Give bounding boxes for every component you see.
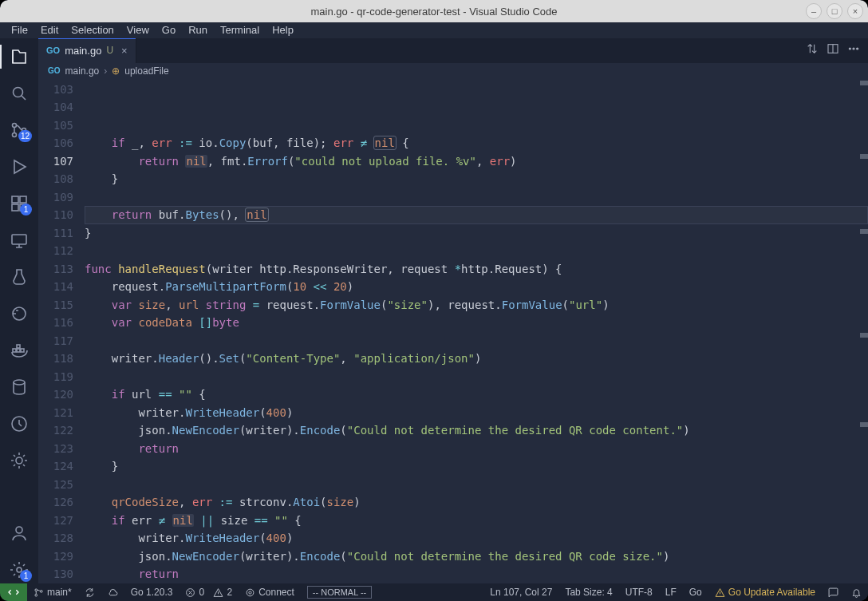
- breadcrumb-file[interactable]: main.go: [65, 65, 100, 77]
- menu-run[interactable]: Run: [182, 22, 214, 38]
- code-line[interactable]: func handleRequest(writer http.ResponseW…: [85, 260, 868, 279]
- menu-go[interactable]: Go: [156, 22, 182, 38]
- svg-point-17: [16, 527, 22, 533]
- go-update-status[interactable]: Go Update Available: [708, 583, 822, 601]
- tab-close-icon[interactable]: ×: [121, 45, 128, 57]
- split-editor-icon[interactable]: [827, 42, 839, 58]
- docker-icon[interactable]: [0, 337, 38, 364]
- code-line[interactable]: [85, 476, 868, 494]
- minimize-button[interactable]: –: [806, 3, 822, 19]
- ext-badge: 1: [20, 204, 32, 215]
- code-line[interactable]: request.ParseMultipartForm(10 << 20): [85, 278, 868, 296]
- code-area[interactable]: if _, err := io.Copy(buf, file); err ≠ n…: [85, 79, 868, 583]
- code-line[interactable]: [85, 242, 868, 260]
- editor-actions: [806, 38, 868, 63]
- encoding-status[interactable]: UTF-8: [619, 583, 659, 601]
- problems-status[interactable]: 0 2: [179, 583, 239, 601]
- accounts-icon[interactable]: [0, 520, 38, 547]
- more-actions-icon[interactable]: [847, 42, 860, 58]
- go-version-status[interactable]: Go 1.20.3: [124, 583, 180, 601]
- timeline-icon[interactable]: [0, 410, 38, 437]
- menu-view[interactable]: View: [120, 22, 156, 38]
- git-branch-status[interactable]: main*: [27, 583, 78, 601]
- svg-rect-8: [12, 235, 26, 244]
- explorer-icon[interactable]: [0, 43, 38, 70]
- code-line[interactable]: json.NewEncoder(writer).Encode("Could no…: [85, 421, 868, 440]
- feedback-icon[interactable]: [822, 583, 845, 601]
- svg-rect-10: [13, 349, 16, 352]
- svg-point-1: [13, 123, 17, 127]
- cursor-position-status[interactable]: Ln 107, Col 27: [483, 583, 558, 601]
- code-line[interactable]: writer.Header().Set("Content-Type", "app…: [85, 350, 868, 368]
- code-line[interactable]: return: [85, 440, 868, 458]
- code-line[interactable]: writer.WriteHeader(400): [85, 529, 868, 548]
- source-control-icon[interactable]: 12: [0, 117, 38, 144]
- code-line[interactable]: if _, err := io.Copy(buf, file); err ≠ n…: [85, 134, 868, 152]
- database-icon[interactable]: [0, 374, 38, 401]
- run-debug-icon[interactable]: [0, 153, 38, 180]
- code-line[interactable]: var codeData []byte: [85, 314, 868, 332]
- menu-edit[interactable]: Edit: [34, 22, 65, 38]
- code-line[interactable]: }: [85, 170, 868, 188]
- svg-point-22: [857, 48, 858, 49]
- function-icon: ⊕: [112, 65, 120, 77]
- maximize-button[interactable]: □: [827, 3, 842, 19]
- code-line[interactable]: if err ≠ nil || size == "" {: [85, 512, 868, 530]
- copilot-icon[interactable]: [0, 447, 38, 474]
- ports-status[interactable]: Connect: [239, 583, 301, 601]
- code-line[interactable]: return: [85, 565, 868, 583]
- scm-badge: 12: [18, 130, 32, 142]
- git-sync-status[interactable]: [78, 583, 101, 601]
- code-line[interactable]: [85, 368, 868, 386]
- remote-indicator[interactable]: [0, 583, 27, 601]
- go-file-icon: GO: [48, 66, 61, 75]
- vim-mode-status[interactable]: -- NORMAL --: [301, 583, 378, 601]
- remote-explorer-icon[interactable]: [0, 227, 38, 254]
- window-title: main.go - qr-code-generator-test - Visua…: [310, 6, 557, 18]
- code-line[interactable]: return buf.Bytes(), nil: [85, 206, 868, 224]
- menu-file[interactable]: File: [5, 22, 34, 38]
- eol-status[interactable]: LF: [659, 583, 683, 601]
- titlebar: main.go - qr-code-generator-test - Visua…: [0, 0, 868, 22]
- svg-point-24: [35, 594, 37, 596]
- code-line[interactable]: writer.WriteHeader(400): [85, 404, 868, 422]
- code-line[interactable]: json.NewEncoder(writer).Encode("Could no…: [85, 548, 868, 566]
- settings-gear-icon[interactable]: 1: [0, 556, 38, 583]
- code-line[interactable]: }: [85, 457, 868, 476]
- svg-point-20: [849, 48, 850, 49]
- code-line[interactable]: var size, url string = request.FormValue…: [85, 296, 868, 314]
- code-line[interactable]: return nil, fmt.Errorf("could not upload…: [85, 152, 868, 171]
- menu-terminal[interactable]: Terminal: [214, 22, 266, 38]
- code-line[interactable]: [85, 188, 868, 207]
- language-mode-status[interactable]: Go: [683, 583, 708, 601]
- breadcrumbs[interactable]: GO main.go › ⊕ uploadFile: [38, 63, 868, 79]
- cloud-status[interactable]: [101, 583, 124, 601]
- menubar: File Edit Selection View Go Run Terminal…: [0, 22, 868, 38]
- activity-bar: 12 1 1: [0, 38, 38, 583]
- code-line[interactable]: qrCodeSize, err := strconv.Atoi(size): [85, 493, 868, 512]
- code-line[interactable]: if url == "" {: [85, 386, 868, 404]
- svg-point-0: [14, 87, 23, 97]
- notifications-icon[interactable]: [845, 583, 868, 601]
- svg-point-16: [16, 457, 22, 464]
- svg-rect-6: [12, 204, 18, 211]
- code-line[interactable]: }: [85, 224, 868, 243]
- svg-rect-5: [20, 196, 26, 203]
- extensions-icon[interactable]: 1: [0, 190, 38, 217]
- svg-point-21: [853, 48, 854, 49]
- menu-selection[interactable]: Selection: [65, 22, 120, 38]
- search-icon[interactable]: [0, 80, 38, 107]
- code-editor[interactable]: 1031041051061071081091101111121131141151…: [38, 79, 868, 583]
- window-controls: – □ ×: [806, 3, 863, 19]
- svg-point-27: [249, 591, 251, 593]
- testing-icon[interactable]: [0, 263, 38, 291]
- go-extension-icon[interactable]: [0, 300, 38, 327]
- indentation-status[interactable]: Tab Size: 4: [558, 583, 618, 601]
- tab-main-go[interactable]: GO main.go U ×: [38, 38, 136, 63]
- svg-point-23: [35, 588, 37, 591]
- compare-changes-icon[interactable]: [806, 42, 819, 58]
- breadcrumb-symbol[interactable]: uploadFile: [124, 65, 168, 77]
- close-button[interactable]: ×: [847, 3, 863, 19]
- code-line[interactable]: [85, 332, 868, 350]
- menu-help[interactable]: Help: [266, 22, 300, 38]
